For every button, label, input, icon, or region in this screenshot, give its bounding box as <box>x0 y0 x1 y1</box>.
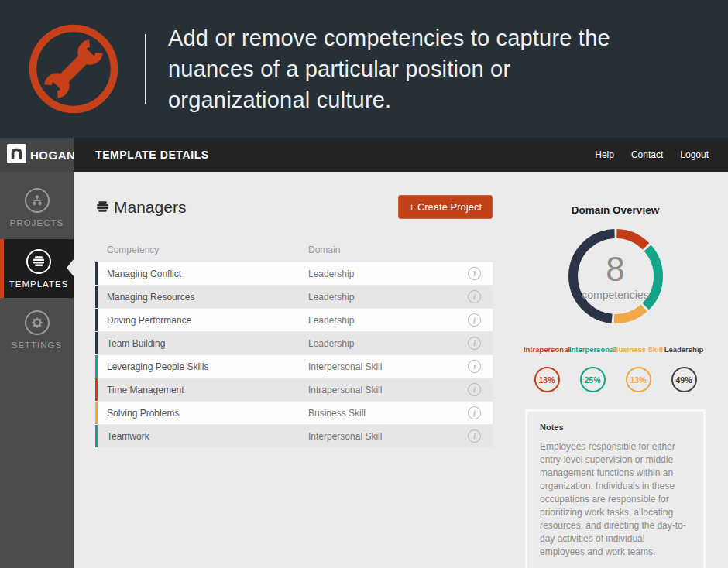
org-chart-icon <box>25 188 50 213</box>
hogan-arch-icon <box>7 144 26 166</box>
panel-title: Domain Overview <box>572 204 659 216</box>
row-competency: Time Management <box>107 385 308 395</box>
banner-message: Add or remove competencies to capture th… <box>168 22 633 115</box>
donut-segment <box>645 248 658 306</box>
column-header-competency: Competency <box>107 245 308 255</box>
banner-divider <box>145 34 146 104</box>
row-domain: Leadership <box>308 292 468 303</box>
row-domain: Interpersonal Skill <box>308 361 468 372</box>
notes-body: Employees responsible for either entry-l… <box>540 440 691 559</box>
row-domain: Leadership <box>308 269 468 279</box>
logo-text: HOGAN <box>30 149 75 162</box>
donut-segment <box>573 234 615 319</box>
row-competency: Team Building <box>107 338 308 349</box>
legend-item: Intrapersonal13% <box>525 345 568 392</box>
notes-box: Notes Employees responsible for either e… <box>525 409 706 568</box>
layers-icon <box>95 200 110 214</box>
domain-legend: Intrapersonal13%Interpersonal25%Business… <box>525 345 706 392</box>
sidebar-item-templates[interactable]: TEMPLATES <box>0 239 74 298</box>
legend-item: Interpersonal25% <box>571 345 614 392</box>
legend-percent-circle: 49% <box>671 367 697 392</box>
legend-percent-value: 13% <box>630 375 646 385</box>
topbar-links: Help Contact Logout <box>595 149 709 160</box>
sidebar-item-label: SETTINGS <box>12 340 63 350</box>
info-icon[interactable]: i <box>468 429 481 443</box>
legend-percent-circle: 13% <box>534 367 560 392</box>
info-icon[interactable]: i <box>468 267 481 280</box>
donut-segment <box>613 308 644 319</box>
help-link[interactable]: Help <box>595 149 614 160</box>
content-area: Managers + Create Project Competency Dom… <box>74 172 728 568</box>
domain-overview-panel: Domain Overview 8 competencies Intrapers… <box>525 172 706 568</box>
sidebar-item-settings[interactable]: SETTINGS <box>0 300 74 359</box>
topbar: TEMPLATE DETAILS Help Contact Logout <box>74 138 728 172</box>
legend-item: Business Skill13% <box>616 345 660 392</box>
legend-label: Business Skill <box>613 345 663 354</box>
table-row: Solving ProblemsBusiness Skilli <box>95 402 493 424</box>
sidebar-item-label: PROJECTS <box>10 218 64 228</box>
row-competency: Driving Performance <box>107 315 308 326</box>
row-competency: Solving Problems <box>107 408 308 419</box>
notes-title: Notes <box>540 423 691 432</box>
create-project-button[interactable]: + Create Project <box>398 195 493 219</box>
table-row: Driving PerformanceLeadershipi <box>95 309 493 331</box>
competency-table: Competency Domain Managing ConflictLeade… <box>95 245 493 447</box>
legend-label: Interpersonal <box>569 345 616 354</box>
row-domain: Intrapersonal Skill <box>308 385 468 395</box>
table-header: Competency Domain <box>95 245 493 262</box>
row-competency: Managing Conflict <box>107 269 308 279</box>
row-domain: Interpersonal Skill <box>308 431 468 442</box>
table-row: TeamworkInterpersonal Skilli <box>95 425 493 447</box>
gear-icon <box>25 310 50 335</box>
info-icon[interactable]: i <box>468 383 481 396</box>
row-domain: Leadership <box>308 338 468 349</box>
sidebar-item-label: TEMPLATES <box>9 279 69 289</box>
competency-table-body: Managing ConflictLeadershipiManaging Res… <box>95 262 493 447</box>
domain-donut-chart: 8 competencies <box>567 228 664 325</box>
row-competency: Managing Resources <box>107 292 308 303</box>
info-icon[interactable]: i <box>468 406 481 419</box>
table-row: Leveraging People SkillsInterpersonal Sk… <box>95 355 493 378</box>
legend-label: Intrapersonal <box>524 345 570 354</box>
info-icon[interactable]: i <box>468 313 481 327</box>
table-row: Managing ResourcesLeadershipi <box>95 286 493 308</box>
legend-item: Leadership49% <box>662 345 706 392</box>
row-competency: Teamwork <box>107 431 308 442</box>
legend-percent-value: 49% <box>675 375 692 385</box>
legend-percent-value: 13% <box>538 375 555 385</box>
page-header-title: TEMPLATE DETAILS <box>95 149 209 161</box>
hogan-logo[interactable]: HOGAN <box>0 138 74 172</box>
legend-percent-circle: 25% <box>580 367 606 392</box>
sidebar-item-projects[interactable]: PROJECTS <box>0 178 74 237</box>
row-competency: Leveraging People Skills <box>107 361 308 372</box>
row-domain: Leadership <box>308 315 468 326</box>
sidebar: HOGAN PROJECTS <box>0 138 74 568</box>
column-header-domain: Domain <box>308 245 493 255</box>
wrench-icon <box>26 21 122 117</box>
logout-link[interactable]: Logout <box>680 149 709 160</box>
row-domain: Business Skill <box>308 408 468 419</box>
intro-banner: Add or remove competencies to capture th… <box>0 0 728 138</box>
sidebar-nav: PROJECTS TEMPLATES <box>0 172 74 361</box>
table-row: Team BuildingLeadershipi <box>95 332 493 354</box>
info-icon[interactable]: i <box>468 290 481 303</box>
layers-icon <box>26 249 51 274</box>
template-name: Managers <box>114 198 186 217</box>
legend-percent-circle: 13% <box>626 367 651 392</box>
info-icon[interactable]: i <box>468 360 481 373</box>
info-icon[interactable]: i <box>468 337 481 350</box>
contact-link[interactable]: Contact <box>631 149 663 160</box>
template-title: Managers <box>95 198 186 217</box>
table-row: Managing ConflictLeadershipi <box>95 262 493 285</box>
table-row: Time ManagementIntrapersonal Skilli <box>95 378 493 401</box>
legend-label: Leadership <box>664 345 704 354</box>
legend-percent-value: 25% <box>584 375 600 385</box>
donut-segment <box>616 234 646 246</box>
